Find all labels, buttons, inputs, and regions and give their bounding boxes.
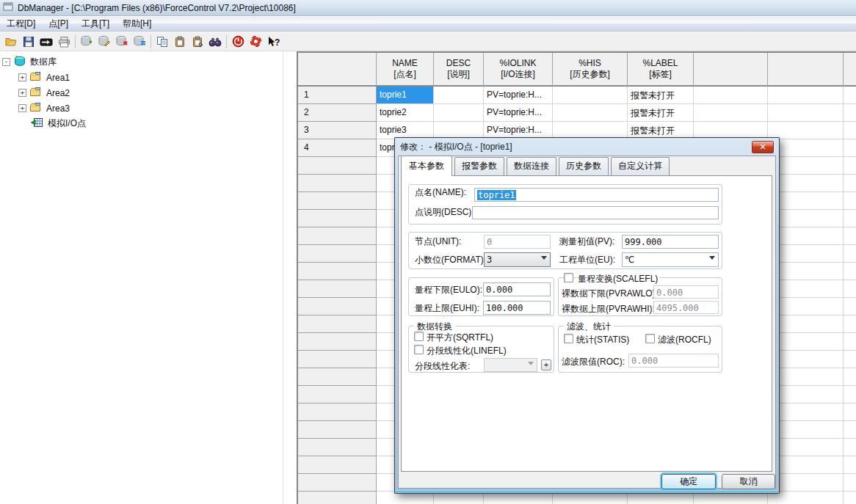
rocfl-checkbox[interactable] [645,334,655,343]
cell-empty[interactable] [844,492,856,504]
tab-alarm-params[interactable]: 报警参数 [454,157,504,175]
unit-input[interactable]: 0 [484,235,551,249]
cell-empty[interactable] [844,351,856,368]
point-name-input[interactable]: toprie1 [474,188,719,202]
linefl-checkbox[interactable] [414,345,424,354]
db-link-button[interactable] [131,33,148,50]
col-header-empty[interactable] [768,53,844,87]
statis-checkbox[interactable] [564,334,573,343]
tree-item-database[interactable]: - 数据库 [0,54,283,70]
cell-empty[interactable] [844,333,856,351]
row-header[interactable]: 3 [298,122,377,139]
find-button[interactable] [206,33,224,50]
eu-combo[interactable]: ℃ [622,252,719,267]
row-header[interactable] [298,492,377,504]
row-header[interactable] [298,368,377,386]
print-button[interactable] [55,33,73,50]
row-header[interactable] [298,210,377,227]
linetable-combo[interactable] [484,358,537,372]
stop-button[interactable] [229,33,247,50]
row-header[interactable] [298,439,377,456]
cell-empty[interactable] [844,315,856,333]
cell-desc[interactable] [434,87,484,104]
pvrawhi-input[interactable]: 4095.000 [653,301,719,314]
tree-label[interactable]: Area3 [44,103,72,114]
cell-iolink[interactable]: PV=toprie:H... [484,104,553,122]
row-header[interactable] [298,351,377,368]
col-header-empty[interactable] [844,53,856,87]
cell-empty[interactable] [844,87,856,104]
db-delete-button[interactable] [113,33,131,50]
row-header[interactable] [298,298,377,315]
row-header[interactable] [298,245,377,263]
scalefl-checkbox[interactable] [564,273,573,282]
tree-item-area1[interactable]: + Area1 [0,70,283,85]
tree-label[interactable]: 模拟I/O点 [46,117,88,131]
row-header[interactable] [298,280,377,298]
row-header[interactable]: 2 [298,104,377,122]
row-header[interactable] [298,192,377,210]
help-ring-button[interactable] [247,33,264,50]
pv-input[interactable]: 999.000 [622,235,719,249]
corner-header-cell[interactable] [298,53,377,87]
cell-empty[interactable] [768,104,844,122]
cell-empty[interactable] [844,439,856,456]
db-edit-button[interactable] [95,33,113,50]
row-header[interactable] [298,456,377,474]
tree-label[interactable]: Area1 [44,72,72,84]
cell-his[interactable] [553,104,628,122]
cell-empty[interactable] [844,245,856,263]
save-button[interactable] [20,33,37,50]
cell-empty[interactable] [844,298,856,315]
col-header-his[interactable]: %HIS[历史参数] [553,53,628,87]
col-header-desc[interactable]: DESC[说明] [434,53,484,87]
tree-label[interactable]: 数据库 [28,55,59,69]
cell-name[interactable]: toprie2 [377,104,434,122]
cancel-button[interactable]: 取消 [722,474,775,489]
cell-empty[interactable] [844,157,856,175]
expand-expander-icon[interactable]: + [18,73,26,81]
cell-empty[interactable] [844,227,856,245]
row-header[interactable] [298,386,377,403]
col-header-label[interactable]: %LABEL[标签] [628,53,694,87]
tab-custom-calc[interactable]: 自定义计算 [611,157,670,175]
paste-button[interactable] [171,33,189,50]
col-header-iolink[interactable]: %IOLINK[I/O连接] [484,53,553,87]
point-desc-input[interactable] [472,206,719,219]
cell-label[interactable]: 报警未打开 [628,87,694,104]
cell-empty[interactable] [844,104,856,122]
menu-tools[interactable]: 工具[T] [75,16,116,32]
cell-his[interactable] [553,87,628,104]
row-header[interactable] [298,315,377,333]
row-header[interactable] [298,263,377,280]
cell-empty[interactable] [844,368,856,386]
cell-empty[interactable] [844,175,856,192]
export-button[interactable] [37,33,55,50]
menu-point[interactable]: 点[P] [42,16,75,32]
row-header[interactable] [298,157,377,175]
tab-data-link[interactable]: 数据连接 [507,157,556,175]
roc-input[interactable]: 0.000 [628,354,719,368]
cell-empty[interactable] [844,474,856,492]
cell-iolink[interactable]: PV=toprie:H... [484,87,553,104]
db-add-button[interactable] [78,33,95,50]
tab-basic-params[interactable]: 基本参数 [401,156,452,176]
cell-empty[interactable] [844,421,856,439]
tree-label[interactable]: Area2 [44,87,72,99]
pvrawlo-input[interactable]: 0.000 [653,285,719,299]
copy-button[interactable] [153,33,171,50]
cell-empty[interactable] [844,122,856,139]
col-header-empty[interactable] [694,53,768,87]
cell-empty[interactable] [844,210,856,227]
close-icon[interactable]: ✕ [752,141,774,153]
add-line-table-button[interactable]: + [541,359,551,370]
cell-label[interactable]: 报警未打开 [628,104,694,122]
menu-help[interactable]: 帮助[H] [116,16,158,32]
cell-empty[interactable] [768,87,844,104]
collapse-expander-icon[interactable]: - [2,58,10,66]
col-header-name[interactable]: NAME[点名] [377,53,434,87]
cell-empty[interactable] [844,192,856,210]
cell-empty[interactable] [844,386,856,403]
row-header[interactable] [298,403,377,421]
format-combo[interactable]: 3 [484,252,551,267]
